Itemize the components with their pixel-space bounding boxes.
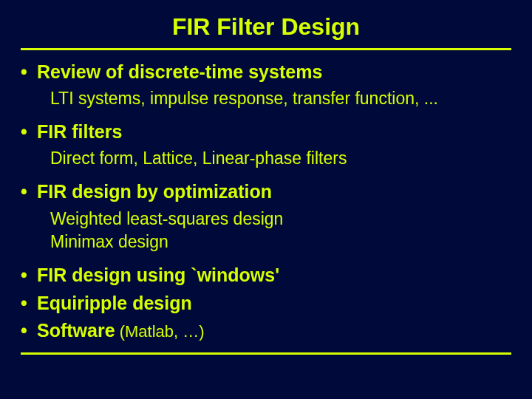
bullet-heading: FIR design using `windows' bbox=[37, 265, 279, 285]
sub-list: Direct form, Lattice, Linear-phase filte… bbox=[21, 148, 511, 170]
divider-bottom bbox=[21, 352, 511, 355]
bullet-note: (Matlab, …) bbox=[115, 322, 205, 341]
divider-top bbox=[21, 48, 511, 50]
bullet-item: FIR filters bbox=[21, 120, 511, 143]
sub-item: LTI systems, impulse response, transfer … bbox=[50, 88, 511, 110]
slide: FIR Filter Design Review of discrete-tim… bbox=[0, 0, 532, 399]
slide-title: FIR Filter Design bbox=[21, 13, 511, 41]
bullet-item: FIR design by optimization bbox=[21, 180, 511, 203]
bullet-heading: FIR design by optimization bbox=[37, 181, 272, 202]
bullet-item: Equiripple design bbox=[21, 292, 511, 315]
bullet-heading: Software bbox=[37, 320, 115, 341]
bullet-heading: Review of discrete-time systems bbox=[37, 61, 322, 82]
bullet-heading: FIR filters bbox=[37, 121, 122, 142]
bullet-heading: Equiripple design bbox=[37, 293, 192, 313]
sub-item: Weighted least-squares design bbox=[50, 208, 511, 231]
sub-item: Minimax design bbox=[50, 231, 511, 253]
sub-list: Weighted least-squares design Minimax de… bbox=[21, 208, 511, 254]
sub-list: LTI systems, impulse response, transfer … bbox=[21, 88, 511, 110]
bullet-list: Review of discrete-time systems LTI syst… bbox=[21, 61, 511, 342]
bullet-item: Review of discrete-time systems bbox=[21, 61, 511, 83]
bullet-item: FIR design using `windows' bbox=[21, 264, 511, 287]
bullet-item: Software (Matlab, …) bbox=[21, 319, 511, 342]
sub-item: Direct form, Lattice, Linear-phase filte… bbox=[50, 148, 511, 170]
